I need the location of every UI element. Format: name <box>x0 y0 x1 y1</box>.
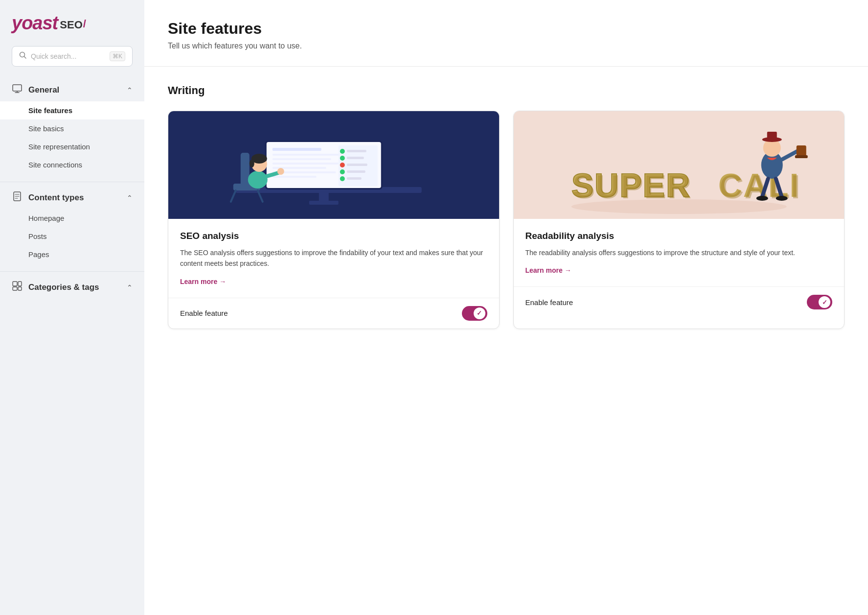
readability-learn-more-arrow: → <box>565 266 571 274</box>
document-icon <box>12 191 23 204</box>
seo-card-footer: Enable feature ✓ <box>168 298 499 329</box>
nav-section-categories-tags-title: Categories & tags <box>28 283 99 292</box>
svg-text:SUPER: SUPER <box>572 168 692 205</box>
svg-rect-12 <box>18 287 22 290</box>
svg-rect-25 <box>273 176 317 178</box>
seo-enable-toggle[interactable]: ✓ <box>462 306 487 321</box>
svg-rect-34 <box>347 170 365 173</box>
seo-toggle-knob: ✓ <box>474 308 485 319</box>
nav-section-content-types-header[interactable]: Content types ⌃ <box>0 186 144 209</box>
svg-line-1 <box>24 57 26 59</box>
svg-rect-32 <box>347 164 367 166</box>
sidebar-item-posts[interactable]: Posts <box>0 227 144 245</box>
svg-rect-19 <box>273 148 321 151</box>
nav-section-general: General ⌃ Site features Site basics Site… <box>0 78 144 178</box>
nav-section-title-row: General <box>12 83 59 96</box>
svg-point-29 <box>340 156 345 161</box>
logo: yoast SEO / <box>12 14 133 32</box>
nav-section-categories-tags: Categories & tags ⌃ <box>0 276 144 303</box>
search-bar[interactable]: Quick search... ⌘K <box>12 46 133 67</box>
readability-learn-more-link[interactable]: Learn more → <box>525 266 571 274</box>
nav-section-content-types: Content types ⌃ Homepage Posts Pages <box>0 186 144 267</box>
readability-card-footer: Enable feature ✓ <box>514 286 845 317</box>
svg-rect-10 <box>13 287 17 290</box>
readability-enable-toggle[interactable]: ✓ <box>807 295 832 309</box>
seo-card-body: SEO analysis The SEO analysis offers sug… <box>168 219 499 298</box>
svg-rect-56 <box>767 132 777 141</box>
sidebar-item-homepage[interactable]: Homepage <box>0 209 144 227</box>
readability-toggle-check-icon: ✓ <box>822 299 827 306</box>
svg-point-31 <box>340 163 345 167</box>
readability-card-body: Readability analysis The readability ana… <box>514 219 845 286</box>
general-chevron-icon: ⌃ <box>127 86 133 94</box>
sidebar-item-site-features[interactable]: Site features <box>0 101 144 119</box>
logo-yoast-text: yoast <box>12 14 58 32</box>
svg-point-45 <box>277 168 284 175</box>
svg-point-41 <box>248 171 268 189</box>
nav-section-content-types-title: Content types <box>28 193 84 203</box>
search-shortcut: ⌘K <box>110 51 125 61</box>
svg-point-27 <box>340 149 345 154</box>
seo-enable-label: Enable feature <box>180 309 228 317</box>
svg-rect-58 <box>795 155 807 158</box>
svg-point-33 <box>340 169 345 174</box>
page-title: Site features <box>168 20 845 38</box>
svg-rect-21 <box>273 158 331 160</box>
main-content: Site features Tell us which features you… <box>144 0 868 615</box>
nav-section-general-title: General <box>28 85 59 95</box>
logo-slash: / <box>83 18 86 30</box>
seo-card-description: The SEO analysis offers suggestions to i… <box>180 247 487 269</box>
svg-point-35 <box>340 176 345 181</box>
nav-divider-1 <box>0 182 144 182</box>
seo-card-title: SEO analysis <box>180 231 487 241</box>
sidebar-item-site-representation[interactable]: Site representation <box>0 138 144 156</box>
svg-point-62 <box>776 196 787 201</box>
svg-rect-37 <box>241 153 250 187</box>
svg-point-61 <box>756 196 768 201</box>
seo-toggle-check-icon: ✓ <box>477 309 482 317</box>
seo-learn-more-text: Learn more <box>180 278 217 285</box>
readability-analysis-card: SUPER SUPER SUPER CALI CALI <box>513 111 845 329</box>
search-placeholder: Quick search... <box>31 52 106 60</box>
logo-area: yoast SEO / <box>0 14 144 46</box>
readability-card-title: Readability analysis <box>525 231 833 241</box>
readability-card-image: SUPER SUPER SUPER CALI CALI <box>514 111 845 219</box>
nav-section-categories-tags-header[interactable]: Categories & tags ⌃ <box>0 276 144 299</box>
nav-section-general-header[interactable]: General ⌃ <box>0 78 144 101</box>
readability-enable-label: Enable feature <box>525 298 573 307</box>
readability-learn-more-text: Learn more <box>525 266 563 274</box>
svg-rect-9 <box>13 282 17 286</box>
svg-rect-20 <box>273 154 341 156</box>
svg-rect-22 <box>273 163 339 165</box>
writing-section-heading: Writing <box>168 84 845 97</box>
monitor-icon <box>12 83 23 96</box>
svg-rect-28 <box>347 150 366 152</box>
seo-analysis-card: SEO analysis The SEO analysis offers sug… <box>168 111 500 329</box>
categories-tags-chevron-icon: ⌃ <box>127 284 133 291</box>
nav-section-categories-tags-title-row: Categories & tags <box>12 281 99 294</box>
seo-learn-more-link[interactable]: Learn more → <box>180 278 226 285</box>
seo-learn-more-arrow: → <box>219 278 226 285</box>
page-header: Site features Tell us which features you… <box>144 0 868 67</box>
readability-card-description: The readability analysis offers suggesti… <box>525 247 833 258</box>
sidebar: yoast SEO / Quick search... ⌘K <box>0 0 144 615</box>
nav-divider-2 <box>0 271 144 272</box>
sidebar-item-site-connections[interactable]: Site connections <box>0 156 144 174</box>
svg-rect-30 <box>347 157 364 159</box>
logo-seo-text: SEO <box>60 20 82 30</box>
svg-rect-16 <box>309 201 339 205</box>
sidebar-item-pages[interactable]: Pages <box>0 245 144 263</box>
svg-rect-11 <box>18 282 22 286</box>
page-content: Writing <box>144 67 868 347</box>
readability-toggle-knob: ✓ <box>819 296 830 308</box>
search-icon <box>19 51 27 61</box>
page-subtitle: Tell us which features you want to use. <box>168 42 845 50</box>
svg-point-44 <box>250 160 254 167</box>
sidebar-item-site-basics[interactable]: Site basics <box>0 119 144 138</box>
nav-section-content-types-title-row: Content types <box>12 191 84 204</box>
svg-rect-2 <box>13 85 22 91</box>
content-types-chevron-icon: ⌃ <box>127 194 133 202</box>
svg-rect-36 <box>347 177 362 180</box>
cards-row: SEO analysis The SEO analysis offers sug… <box>168 111 845 329</box>
seo-card-image <box>168 111 499 219</box>
